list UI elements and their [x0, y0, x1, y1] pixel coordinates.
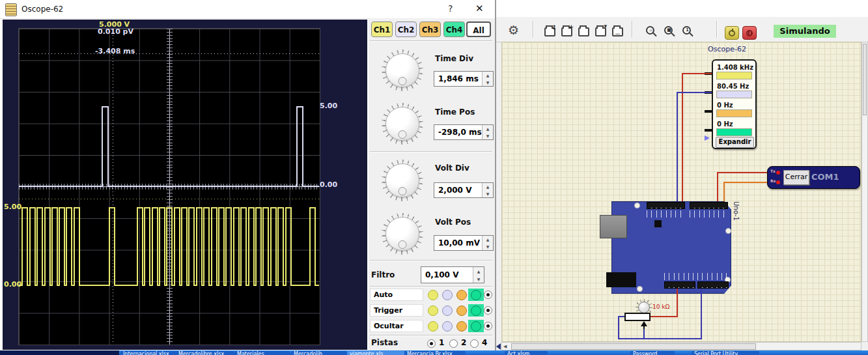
widget-pin[interactable] [705, 110, 712, 113]
auto-ch3-toggle[interactable] [456, 290, 467, 300]
vertical-scrollbar[interactable] [861, 42, 868, 342]
auto-ch4-toggle[interactable] [471, 290, 481, 300]
wire-blue[interactable] [677, 92, 678, 202]
volt-pos-spinner[interactable]: 10,00 mV ▲▼ [434, 235, 494, 251]
schematic-canvas[interactable]: Oscope-62 1.408 kHz 80.45 Hz 0 Hz 0 Hz E… [501, 42, 861, 342]
wire-blue[interactable] [618, 338, 702, 339]
taskbar-start-area[interactable] [0, 350, 119, 355]
close-button[interactable]: ✕ [475, 3, 484, 14]
channel-button-all[interactable]: All [466, 21, 491, 37]
taskbar-item[interactable]: Serial Port Utility [692, 351, 759, 355]
pistas-radio-4[interactable] [470, 339, 479, 348]
power-pin-header[interactable] [664, 281, 695, 289]
com-port-component[interactable]: Tx Rx Cerrar COM1 [767, 166, 860, 189]
time-div-spinner[interactable]: 1,846 ms ▲▼ [434, 71, 494, 87]
time-pos-knob[interactable] [382, 103, 423, 145]
channel-button-ch3[interactable]: Ch3 [419, 21, 441, 37]
zoom-area-icon[interactable]: ▫ [646, 26, 654, 35]
scope-plot-area[interactable] [18, 28, 320, 345]
taskbar-item-active[interactable]: viamonte.xls [347, 351, 404, 355]
taskbar-item[interactable]: Mercadolib [291, 351, 347, 355]
time-div-knob[interactable] [382, 50, 423, 91]
trigger-ch1-toggle[interactable] [428, 305, 438, 316]
pot-body[interactable] [624, 313, 651, 321]
spinner-buttons[interactable]: ▲▼ [482, 236, 493, 250]
taskbar-item[interactable]: Mercancia Br.xlsx [404, 351, 466, 355]
widget-pin[interactable] [705, 129, 712, 132]
taskbar-item[interactable]: Act.xlsm [505, 351, 548, 355]
horizontal-scrollbar-thumb[interactable] [511, 343, 756, 350]
ocultar-ch3-toggle[interactable] [456, 321, 467, 332]
com-close-button[interactable]: Cerrar [783, 170, 809, 185]
channel-button-ch4[interactable]: Ch4 [443, 21, 465, 37]
spinner-buttons[interactable]: ▲▼ [482, 125, 493, 139]
spin-down-icon[interactable]: ▼ [483, 132, 493, 139]
spin-down-icon[interactable]: ▼ [473, 275, 484, 283]
expand-button[interactable]: Expandir [716, 137, 754, 148]
pot-knob[interactable] [638, 302, 650, 313]
wire-blue[interactable] [677, 92, 712, 93]
wire-blue[interactable] [618, 316, 619, 339]
scroll-left-arrow-icon[interactable]: ◀ [503, 345, 507, 349]
wire-orange[interactable] [723, 182, 725, 202]
spin-up-icon[interactable]: ▲ [483, 125, 493, 132]
spin-up-icon[interactable]: ▲ [483, 236, 493, 243]
windows-taskbar[interactable]: Internacional.xlsx Mercadolibre.xlsx Mat… [0, 350, 868, 355]
auto-ch1-toggle[interactable] [428, 290, 438, 300]
wire-red[interactable] [717, 172, 767, 173]
oscope-mini-widget[interactable]: 1.408 kHz 80.45 Hz 0 Hz 0 Hz Expandir [712, 59, 757, 149]
analog-pin-header[interactable] [697, 281, 729, 289]
wire-blue[interactable] [701, 289, 702, 339]
wire-red[interactable] [651, 316, 678, 317]
ocultar-ch4-toggle[interactable] [471, 321, 481, 332]
horizontal-scrollbar[interactable]: ◀ [501, 342, 861, 350]
trigger-radio[interactable] [484, 306, 492, 315]
spin-up-icon[interactable]: ▲ [483, 72, 493, 79]
wire-blue[interactable] [643, 328, 645, 339]
help-button[interactable]: ? [448, 3, 453, 14]
window-titlebar[interactable]: Oscope-62 ? ✕ [0, 0, 495, 19]
trigger-ch3-toggle[interactable] [456, 305, 467, 316]
spin-down-icon[interactable]: ▼ [483, 79, 493, 86]
vertical-scrollbar-thumb[interactable] [863, 44, 867, 115]
zoom-actual-icon[interactable]: 1 [682, 26, 691, 35]
taskbar-item[interactable]: Internacional.xlsx [120, 351, 178, 355]
pistas-radio-2[interactable] [449, 339, 458, 348]
zoom-all-icon[interactable]: ■ [664, 26, 673, 35]
volt-div-knob[interactable] [382, 160, 423, 201]
taskbar-item[interactable]: Materiales [234, 351, 290, 355]
wire-red[interactable] [717, 172, 718, 202]
auto-radio[interactable] [484, 291, 492, 299]
taskbar-item[interactable]: Mercadolibre.xlsx [176, 351, 234, 355]
pistas-radio-1[interactable] [427, 339, 436, 348]
spin-up-icon[interactable]: ▲ [473, 267, 484, 275]
settings-gear-icon[interactable]: ⚙ [508, 23, 519, 36]
spin-down-icon[interactable]: ▼ [483, 243, 493, 250]
taskbar-item[interactable]: Password [630, 351, 675, 355]
volt-pos-knob[interactable] [382, 213, 423, 255]
spin-down-icon[interactable]: ▼ [483, 190, 493, 197]
time-pos-spinner[interactable]: -298,0 ms ▲▼ [434, 124, 494, 140]
spin-up-icon[interactable]: ▲ [483, 183, 493, 190]
edit-design-icon[interactable]: ↥ [544, 27, 555, 36]
trigger-ch2-toggle[interactable] [442, 305, 453, 316]
ocultar-ch2-toggle[interactable] [442, 321, 453, 332]
open-folder-icon[interactable] [578, 27, 589, 36]
ocultar-ch1-toggle[interactable] [428, 321, 438, 332]
ocultar-radio[interactable] [484, 322, 492, 330]
digital-pin-header[interactable] [690, 202, 728, 209]
pause-button[interactable] [742, 26, 757, 40]
spinner-buttons[interactable]: ▲▼ [482, 183, 493, 197]
spinner-buttons[interactable]: ▲▼ [473, 267, 484, 283]
spinner-buttons[interactable]: ▲▼ [482, 72, 493, 86]
wire-red[interactable] [682, 73, 712, 74]
run-button[interactable] [725, 26, 739, 40]
import-file-icon[interactable]: ▾ [595, 27, 606, 36]
channel-button-ch1[interactable]: Ch1 [371, 21, 393, 37]
wire-red[interactable] [677, 289, 678, 317]
save-file-icon[interactable]: … [612, 27, 623, 36]
new-file-icon[interactable]: + [561, 27, 572, 36]
wire-orange[interactable] [723, 182, 767, 183]
channel-button-ch2[interactable]: Ch2 [395, 21, 417, 37]
filtro-spinner[interactable]: 0,100 V ▲▼ [421, 266, 484, 283]
